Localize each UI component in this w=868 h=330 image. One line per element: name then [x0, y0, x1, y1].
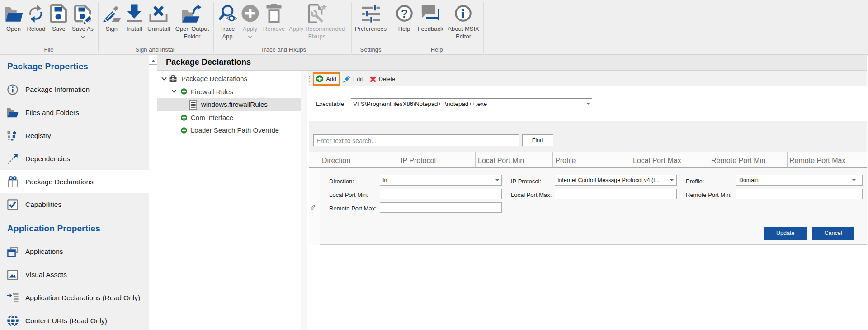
svg-text:?: ?: [401, 7, 407, 20]
